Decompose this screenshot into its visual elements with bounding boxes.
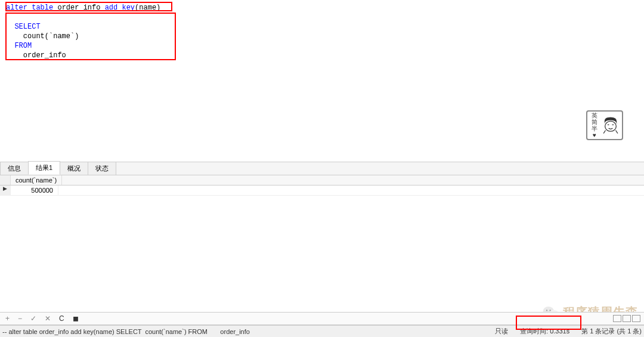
keyword-key: key xyxy=(122,4,135,12)
status-record-count: 第 1 条记录 (共 1 条) xyxy=(581,327,642,336)
tab-status[interactable]: 状态 xyxy=(88,162,116,175)
cancel-button[interactable]: ✕ xyxy=(43,314,52,323)
tab-info[interactable]: 信息 xyxy=(0,162,29,175)
svg-point-5 xyxy=(546,310,547,311)
cell-count-value[interactable]: 500000 xyxy=(11,185,58,195)
key-params: (name) xyxy=(135,4,160,12)
sticker-widget: 英 简 半 ♥ xyxy=(586,110,623,140)
sticker-heart: ♥ xyxy=(589,132,600,138)
delete-row-button[interactable]: − xyxy=(16,314,24,323)
code-editor[interactable]: alter table order_info add key(name) SEL… xyxy=(0,0,644,63)
status-query-text: -- alter table order_info add key(name) … xyxy=(2,328,250,335)
add-row-button[interactable]: + xyxy=(4,314,11,323)
sql-editor-pane[interactable]: alter table order_info add key(name) SEL… xyxy=(0,0,644,162)
text-view-icon[interactable] xyxy=(632,315,640,322)
results-grid[interactable]: count(`name`) ▶ 500000 xyxy=(0,175,644,301)
cartoon-face-icon xyxy=(600,115,621,135)
column-header-count[interactable]: count(`name`) xyxy=(11,175,62,185)
status-bar: -- alter table order_info add key(name) … xyxy=(0,325,644,337)
sticker-char1: 英 xyxy=(589,112,600,119)
form-view-icon[interactable] xyxy=(623,315,631,322)
grid-view-icon[interactable] xyxy=(613,315,621,322)
status-query-time: 查询时间: 0.331s xyxy=(520,327,569,336)
svg-point-0 xyxy=(605,121,617,131)
sticker-char2: 简 xyxy=(589,119,600,125)
tab-result1[interactable]: 结果1 xyxy=(28,161,60,175)
keyword-alter: alter xyxy=(6,4,27,12)
stop-button[interactable]: ◼ xyxy=(71,314,80,323)
count-expr: count(`name`) xyxy=(6,32,79,41)
grid-header-row: count(`name`) xyxy=(0,175,644,185)
keyword-from: FROM xyxy=(14,42,32,50)
table-row[interactable]: ▶ 500000 xyxy=(0,185,644,196)
grid-toolbar: + − ✓ ✕ C ◼ xyxy=(0,312,644,325)
tablename: order_info xyxy=(53,4,104,12)
apply-button[interactable]: ✓ xyxy=(29,314,38,323)
from-table: order_info xyxy=(6,51,66,60)
results-tabs: 信息 结果1 概况 状态 xyxy=(0,162,644,175)
sticker-char3: 半 xyxy=(589,125,600,132)
refresh-button[interactable]: C xyxy=(57,314,66,323)
keyword-add: add xyxy=(105,4,118,12)
keyword-select: SELECT xyxy=(14,23,40,31)
status-readonly: 只读 xyxy=(495,327,508,336)
keyword-table: table xyxy=(32,4,53,12)
row-pointer-icon: ▶ xyxy=(0,185,11,195)
svg-point-6 xyxy=(550,310,551,311)
tab-profile[interactable]: 概况 xyxy=(60,162,88,175)
row-indicator-header xyxy=(0,175,11,185)
